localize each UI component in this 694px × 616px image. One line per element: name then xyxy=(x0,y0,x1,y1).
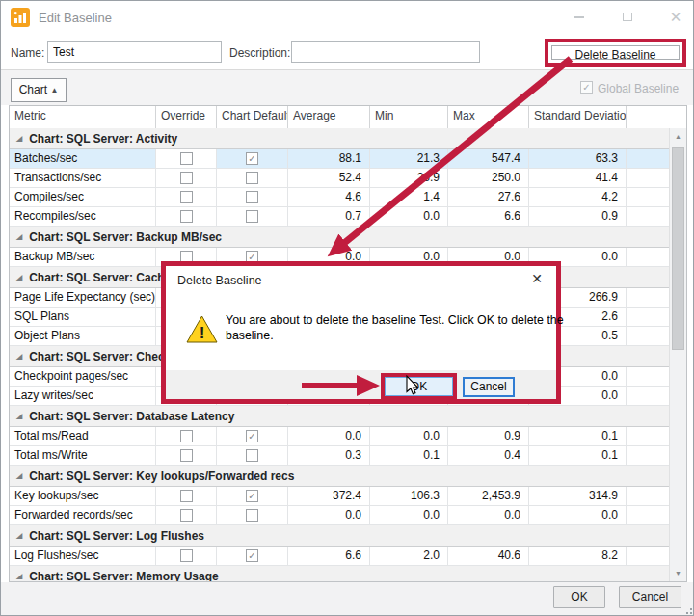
value-cell[interactable]: 0.1 xyxy=(529,446,627,465)
value-cell[interactable]: 88.1 xyxy=(288,149,370,168)
value-cell[interactable]: 0.0 xyxy=(370,506,448,524)
chart-default-checkbox[interactable]: ✓ xyxy=(246,251,258,263)
scrollbar-thumb[interactable] xyxy=(672,147,684,350)
close-button-icon[interactable]: ✕ xyxy=(662,7,689,28)
table-row[interactable]: Compiles/sec4.61.427.64.2 xyxy=(10,188,669,207)
override-checkbox[interactable] xyxy=(180,210,193,223)
chart-default-checkbox[interactable] xyxy=(246,449,258,462)
table-row[interactable]: Backup MB/sec✓0.00.00.00.0 xyxy=(10,248,669,267)
minimize-button-icon[interactable] xyxy=(565,7,592,28)
value-cell[interactable]: 28.9 xyxy=(370,169,448,187)
value-cell[interactable]: 0.0 xyxy=(370,427,448,445)
collapse-icon[interactable]: ◢ xyxy=(16,531,22,539)
chart-default-checkbox[interactable] xyxy=(246,210,258,223)
dialog-ok-button[interactable]: OK xyxy=(385,377,453,396)
value-cell[interactable]: 0.0 xyxy=(529,248,627,266)
chart-default-checkbox[interactable]: ✓ xyxy=(246,152,258,165)
column-header[interactable]: Max xyxy=(448,106,529,128)
resize-grip[interactable] xyxy=(684,606,692,614)
column-header[interactable]: Metric xyxy=(10,106,156,128)
value-cell[interactable]: 0.0 xyxy=(448,248,529,266)
value-cell[interactable]: 0.1 xyxy=(370,446,448,465)
value-cell[interactable]: 0.1 xyxy=(529,427,627,445)
override-checkbox[interactable] xyxy=(180,191,193,203)
collapse-icon[interactable]: ◢ xyxy=(16,412,22,419)
vertical-scrollbar[interactable]: ▲ ▼ xyxy=(669,128,686,581)
value-cell[interactable]: 1.4 xyxy=(370,188,448,206)
collapse-icon[interactable]: ◢ xyxy=(16,572,22,579)
collapse-icon[interactable]: ◢ xyxy=(16,134,22,142)
value-cell[interactable]: 372.4 xyxy=(288,487,370,505)
table-row[interactable]: Total ms/Read✓0.00.00.90.1 xyxy=(10,427,669,446)
chart-default-checkbox[interactable]: ✓ xyxy=(246,490,258,502)
override-checkbox[interactable] xyxy=(180,509,193,522)
value-cell[interactable]: 106.3 xyxy=(370,487,448,505)
value-cell[interactable]: 0.7 xyxy=(288,207,370,226)
group-row[interactable]: ◢Chart: SQL Server: Activity xyxy=(10,128,669,149)
cancel-button[interactable]: Cancel xyxy=(619,586,681,608)
value-cell[interactable]: 0.4 xyxy=(448,446,529,465)
value-cell[interactable]: 0.0 xyxy=(448,506,529,524)
chart-default-checkbox[interactable] xyxy=(246,509,258,522)
value-cell[interactable]: 2,453.9 xyxy=(448,487,529,505)
group-row[interactable]: ◢Chart: SQL Server: Memory Usage xyxy=(10,566,669,581)
value-cell[interactable]: 40.6 xyxy=(448,547,529,565)
group-row[interactable]: ◢Chart: SQL Server: Key lookups/Forwarde… xyxy=(10,466,669,487)
chart-default-checkbox[interactable] xyxy=(246,172,258,184)
override-checkbox[interactable] xyxy=(180,430,193,442)
value-cell[interactable]: 4.2 xyxy=(529,188,627,206)
value-cell[interactable]: 547.4 xyxy=(448,149,529,168)
column-header[interactable]: Override xyxy=(156,106,217,128)
collapse-icon[interactable]: ◢ xyxy=(16,232,22,240)
table-row[interactable]: Forwarded records/sec0.00.00.00.0 xyxy=(10,506,669,525)
column-header[interactable]: Chart Default xyxy=(217,106,288,128)
description-input[interactable] xyxy=(291,41,480,63)
name-input[interactable] xyxy=(47,41,222,63)
value-cell[interactable]: 27.6 xyxy=(448,188,529,206)
value-cell[interactable]: 21.3 xyxy=(370,149,448,168)
table-row[interactable]: Total ms/Write0.30.10.40.1 xyxy=(10,446,669,466)
value-cell[interactable]: 0.0 xyxy=(288,506,370,524)
collapse-icon[interactable]: ◢ xyxy=(16,471,22,479)
chart-menu-button[interactable]: Chart ▲ xyxy=(11,78,67,102)
value-cell[interactable]: 0.0 xyxy=(529,506,627,524)
group-row[interactable]: ◢Chart: SQL Server: Log Flushes xyxy=(10,525,669,547)
collapse-icon[interactable]: ◢ xyxy=(16,352,22,360)
column-header[interactable]: Average xyxy=(288,106,370,128)
value-cell[interactable]: 314.9 xyxy=(529,487,627,505)
value-cell[interactable]: 0.3 xyxy=(288,446,370,465)
override-checkbox[interactable] xyxy=(180,251,193,263)
value-cell[interactable]: 0.0 xyxy=(370,248,448,266)
value-cell[interactable]: 6.6 xyxy=(288,547,370,565)
table-row[interactable]: Batches/sec✓88.121.3547.463.3 xyxy=(10,149,669,169)
maximize-button-icon[interactable] xyxy=(614,7,641,28)
override-checkbox[interactable] xyxy=(180,449,193,462)
value-cell[interactable]: 0.9 xyxy=(448,427,529,445)
table-row[interactable]: Key lookups/sec✓372.4106.32,453.9314.9 xyxy=(10,487,669,506)
global-baseline-checkbox[interactable]: ✓ xyxy=(580,81,593,94)
override-checkbox[interactable] xyxy=(180,152,193,165)
value-cell[interactable]: 4.6 xyxy=(288,188,370,206)
collapse-icon[interactable]: ◢ xyxy=(16,273,22,281)
override-checkbox[interactable] xyxy=(180,172,193,184)
chart-default-checkbox[interactable] xyxy=(246,191,258,203)
scroll-up-icon[interactable]: ▲ xyxy=(670,128,686,145)
value-cell[interactable]: 6.6 xyxy=(448,207,529,226)
delete-baseline-button[interactable]: Delete Baseline xyxy=(551,45,680,60)
dialog-cancel-button[interactable]: Cancel xyxy=(463,377,515,397)
value-cell[interactable]: 41.4 xyxy=(529,169,627,187)
group-row[interactable]: ◢Chart: SQL Server: Database Latency xyxy=(10,406,669,427)
scroll-down-icon[interactable]: ▼ xyxy=(670,565,686,581)
table-row[interactable]: Recompiles/sec0.70.06.60.9 xyxy=(10,207,669,227)
table-row[interactable]: Transactions/sec52.428.9250.041.4 xyxy=(10,169,669,188)
value-cell[interactable]: 0.0 xyxy=(288,248,370,266)
table-row[interactable]: Log Flushes/sec✓6.62.040.68.2 xyxy=(10,547,669,566)
value-cell[interactable]: 250.0 xyxy=(448,169,529,187)
value-cell[interactable]: 52.4 xyxy=(288,169,370,187)
ok-button[interactable]: OK xyxy=(553,586,605,608)
value-cell[interactable]: 2.0 xyxy=(370,547,448,565)
value-cell[interactable]: 0.9 xyxy=(529,207,627,226)
override-checkbox[interactable] xyxy=(180,549,193,562)
chart-default-checkbox[interactable]: ✓ xyxy=(246,430,258,442)
value-cell[interactable]: 63.3 xyxy=(529,149,627,168)
